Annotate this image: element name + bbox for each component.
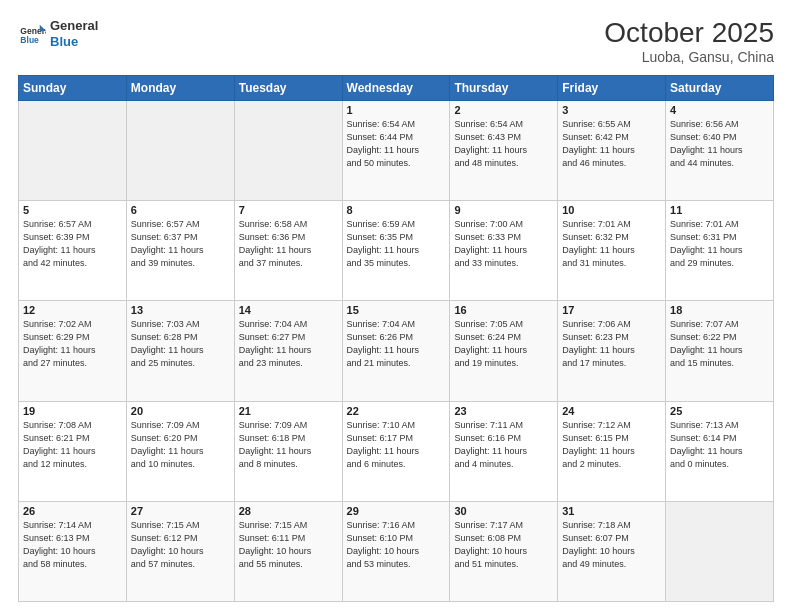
day-number: 1: [347, 104, 446, 116]
day-info: Sunrise: 7:08 AM Sunset: 6:21 PM Dayligh…: [23, 419, 122, 471]
day-number: 17: [562, 304, 661, 316]
page-subtitle: Luoba, Gansu, China: [604, 49, 774, 65]
calendar-cell: 7Sunrise: 6:58 AM Sunset: 6:36 PM Daylig…: [234, 201, 342, 301]
day-info: Sunrise: 7:18 AM Sunset: 6:07 PM Dayligh…: [562, 519, 661, 571]
calendar-cell: 25Sunrise: 7:13 AM Sunset: 6:14 PM Dayli…: [666, 401, 774, 501]
day-number: 9: [454, 204, 553, 216]
day-info: Sunrise: 7:14 AM Sunset: 6:13 PM Dayligh…: [23, 519, 122, 571]
calendar-cell: 12Sunrise: 7:02 AM Sunset: 6:29 PM Dayli…: [19, 301, 127, 401]
calendar-cell: 26Sunrise: 7:14 AM Sunset: 6:13 PM Dayli…: [19, 501, 127, 601]
logo-general: General: [50, 18, 98, 34]
day-info: Sunrise: 7:04 AM Sunset: 6:27 PM Dayligh…: [239, 318, 338, 370]
calendar-cell: 15Sunrise: 7:04 AM Sunset: 6:26 PM Dayli…: [342, 301, 450, 401]
calendar-cell: 23Sunrise: 7:11 AM Sunset: 6:16 PM Dayli…: [450, 401, 558, 501]
calendar-cell: 13Sunrise: 7:03 AM Sunset: 6:28 PM Dayli…: [126, 301, 234, 401]
calendar-cell: 21Sunrise: 7:09 AM Sunset: 6:18 PM Dayli…: [234, 401, 342, 501]
calendar-cell: 28Sunrise: 7:15 AM Sunset: 6:11 PM Dayli…: [234, 501, 342, 601]
day-number: 28: [239, 505, 338, 517]
day-info: Sunrise: 7:04 AM Sunset: 6:26 PM Dayligh…: [347, 318, 446, 370]
day-info: Sunrise: 6:56 AM Sunset: 6:40 PM Dayligh…: [670, 118, 769, 170]
day-number: 4: [670, 104, 769, 116]
day-number: 22: [347, 405, 446, 417]
day-info: Sunrise: 7:06 AM Sunset: 6:23 PM Dayligh…: [562, 318, 661, 370]
calendar-cell: 16Sunrise: 7:05 AM Sunset: 6:24 PM Dayli…: [450, 301, 558, 401]
weekday-header: Saturday: [666, 75, 774, 100]
day-info: Sunrise: 6:58 AM Sunset: 6:36 PM Dayligh…: [239, 218, 338, 270]
calendar-cell: 29Sunrise: 7:16 AM Sunset: 6:10 PM Dayli…: [342, 501, 450, 601]
day-number: 3: [562, 104, 661, 116]
day-info: Sunrise: 7:03 AM Sunset: 6:28 PM Dayligh…: [131, 318, 230, 370]
calendar-cell: [666, 501, 774, 601]
day-info: Sunrise: 7:15 AM Sunset: 6:11 PM Dayligh…: [239, 519, 338, 571]
calendar-cell: 20Sunrise: 7:09 AM Sunset: 6:20 PM Dayli…: [126, 401, 234, 501]
day-info: Sunrise: 6:57 AM Sunset: 6:39 PM Dayligh…: [23, 218, 122, 270]
calendar-cell: 8Sunrise: 6:59 AM Sunset: 6:35 PM Daylig…: [342, 201, 450, 301]
day-number: 25: [670, 405, 769, 417]
calendar-cell: 9Sunrise: 7:00 AM Sunset: 6:33 PM Daylig…: [450, 201, 558, 301]
svg-text:Blue: Blue: [20, 35, 39, 45]
day-number: 13: [131, 304, 230, 316]
day-info: Sunrise: 7:10 AM Sunset: 6:17 PM Dayligh…: [347, 419, 446, 471]
day-number: 20: [131, 405, 230, 417]
calendar-table: SundayMondayTuesdayWednesdayThursdayFrid…: [18, 75, 774, 602]
calendar-body: 1Sunrise: 6:54 AM Sunset: 6:44 PM Daylig…: [19, 100, 774, 601]
weekday-row: SundayMondayTuesdayWednesdayThursdayFrid…: [19, 75, 774, 100]
calendar-cell: 19Sunrise: 7:08 AM Sunset: 6:21 PM Dayli…: [19, 401, 127, 501]
calendar-cell: 17Sunrise: 7:06 AM Sunset: 6:23 PM Dayli…: [558, 301, 666, 401]
calendar-cell: 10Sunrise: 7:01 AM Sunset: 6:32 PM Dayli…: [558, 201, 666, 301]
calendar-cell: 27Sunrise: 7:15 AM Sunset: 6:12 PM Dayli…: [126, 501, 234, 601]
weekday-header: Friday: [558, 75, 666, 100]
logo-blue: Blue: [50, 34, 98, 50]
calendar-cell: 2Sunrise: 6:54 AM Sunset: 6:43 PM Daylig…: [450, 100, 558, 200]
calendar-cell: [126, 100, 234, 200]
calendar-cell: 24Sunrise: 7:12 AM Sunset: 6:15 PM Dayli…: [558, 401, 666, 501]
weekday-header: Tuesday: [234, 75, 342, 100]
weekday-header: Wednesday: [342, 75, 450, 100]
day-number: 12: [23, 304, 122, 316]
day-info: Sunrise: 7:12 AM Sunset: 6:15 PM Dayligh…: [562, 419, 661, 471]
logo-icon: General Blue: [18, 20, 46, 48]
day-number: 5: [23, 204, 122, 216]
calendar-header: SundayMondayTuesdayWednesdayThursdayFrid…: [19, 75, 774, 100]
day-number: 14: [239, 304, 338, 316]
calendar-cell: 22Sunrise: 7:10 AM Sunset: 6:17 PM Dayli…: [342, 401, 450, 501]
day-number: 19: [23, 405, 122, 417]
page-title: October 2025: [604, 18, 774, 49]
day-number: 16: [454, 304, 553, 316]
calendar-week-row: 5Sunrise: 6:57 AM Sunset: 6:39 PM Daylig…: [19, 201, 774, 301]
day-number: 27: [131, 505, 230, 517]
calendar-cell: 11Sunrise: 7:01 AM Sunset: 6:31 PM Dayli…: [666, 201, 774, 301]
day-number: 8: [347, 204, 446, 216]
day-info: Sunrise: 6:54 AM Sunset: 6:44 PM Dayligh…: [347, 118, 446, 170]
day-info: Sunrise: 7:05 AM Sunset: 6:24 PM Dayligh…: [454, 318, 553, 370]
day-info: Sunrise: 7:00 AM Sunset: 6:33 PM Dayligh…: [454, 218, 553, 270]
calendar-cell: 6Sunrise: 6:57 AM Sunset: 6:37 PM Daylig…: [126, 201, 234, 301]
day-info: Sunrise: 7:17 AM Sunset: 6:08 PM Dayligh…: [454, 519, 553, 571]
day-number: 26: [23, 505, 122, 517]
calendar-cell: 5Sunrise: 6:57 AM Sunset: 6:39 PM Daylig…: [19, 201, 127, 301]
day-number: 7: [239, 204, 338, 216]
day-number: 23: [454, 405, 553, 417]
calendar-cell: 4Sunrise: 6:56 AM Sunset: 6:40 PM Daylig…: [666, 100, 774, 200]
day-number: 11: [670, 204, 769, 216]
day-info: Sunrise: 7:07 AM Sunset: 6:22 PM Dayligh…: [670, 318, 769, 370]
weekday-header: Sunday: [19, 75, 127, 100]
day-info: Sunrise: 7:16 AM Sunset: 6:10 PM Dayligh…: [347, 519, 446, 571]
weekday-header: Thursday: [450, 75, 558, 100]
day-number: 29: [347, 505, 446, 517]
day-number: 18: [670, 304, 769, 316]
day-info: Sunrise: 7:01 AM Sunset: 6:31 PM Dayligh…: [670, 218, 769, 270]
logo: General Blue General Blue: [18, 18, 98, 49]
calendar-cell: 14Sunrise: 7:04 AM Sunset: 6:27 PM Dayli…: [234, 301, 342, 401]
day-number: 21: [239, 405, 338, 417]
calendar-week-row: 26Sunrise: 7:14 AM Sunset: 6:13 PM Dayli…: [19, 501, 774, 601]
calendar-cell: 31Sunrise: 7:18 AM Sunset: 6:07 PM Dayli…: [558, 501, 666, 601]
calendar-cell: 1Sunrise: 6:54 AM Sunset: 6:44 PM Daylig…: [342, 100, 450, 200]
weekday-header: Monday: [126, 75, 234, 100]
calendar-cell: 18Sunrise: 7:07 AM Sunset: 6:22 PM Dayli…: [666, 301, 774, 401]
day-number: 6: [131, 204, 230, 216]
day-info: Sunrise: 7:11 AM Sunset: 6:16 PM Dayligh…: [454, 419, 553, 471]
day-number: 31: [562, 505, 661, 517]
calendar-cell: [234, 100, 342, 200]
title-block: October 2025 Luoba, Gansu, China: [604, 18, 774, 65]
